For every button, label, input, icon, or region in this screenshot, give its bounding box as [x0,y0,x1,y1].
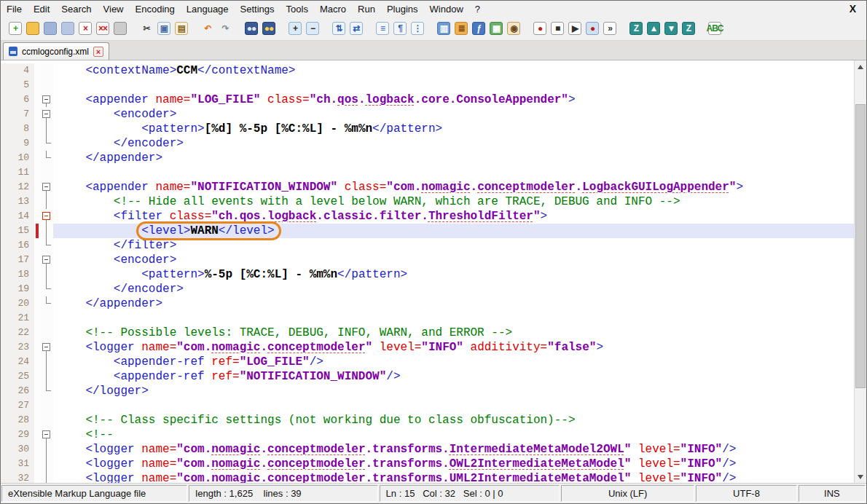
code-line-16[interactable]: 16 </filter> [1,238,854,253]
code-line-8[interactable]: 8 <pattern>[%d] %-5p [%C:%L] - %m%n</pat… [1,122,854,136]
macro-save-button[interactable]: ● [584,20,601,37]
code-line-6[interactable]: 6 <appender name="LOG_FILE" class="ch.qo… [1,92,854,107]
code-line-19[interactable]: 19 </encoder> [1,282,854,296]
code-line-12[interactable]: 12 <appender name="NOTIFICATION_WINDOW" … [1,180,854,194]
menu-item-help[interactable]: ? [469,2,486,16]
code-line-31[interactable]: 31 <logger name="com.nomagic.conceptmode… [1,457,854,471]
spell-check-button[interactable]: ABC [706,20,723,37]
save-file-button[interactable] [42,20,59,37]
menu-item-search[interactable]: Search [55,2,97,16]
function-list-button[interactable]: ƒ [470,20,487,37]
code-line-20[interactable]: 20 </appender> [1,296,854,311]
code-line-28[interactable]: 28 <!-- Class specific settings (not wor… [1,413,854,428]
plugin-triangle-down-button[interactable]: ▼ [662,20,680,37]
code-line-11[interactable]: 11 [1,165,854,180]
menu-item-edit[interactable]: Edit [28,2,55,16]
status-doc-type: eXtensible Markup Language file [1,485,187,502]
close-file-button[interactable]: × [76,20,94,37]
code-line-13[interactable]: 13 <!-- Hide all events with a level bel… [1,194,854,209]
code-line-18[interactable]: 18 <pattern>%-5p [%C:%L] - %m%n</pattern… [1,267,854,282]
zoom-in-button[interactable]: + [286,20,304,37]
sync-scroll-horizontal-button[interactable]: ⇄ [348,20,365,37]
zoom-out-button[interactable]: − [304,20,321,37]
menu-item-encoding[interactable]: Encoding [130,2,181,16]
print-button[interactable] [111,20,129,37]
line-number: 19 [1,282,34,296]
save-all-button[interactable] [59,20,76,37]
menu-item-plugins[interactable]: Plugins [381,2,424,16]
macro-run-multiple-button[interactable]: » [601,20,619,37]
code-line-10[interactable]: 10 </appender> [1,151,854,165]
code-line-32[interactable]: 32 <logger name="com.nomagic.conceptmode… [1,471,854,483]
fold-collapse-icon[interactable] [42,343,50,351]
code-line-14[interactable]: 14 <filter class="ch.qos.logback.classic… [1,209,854,224]
code-line-4[interactable]: 4 <contextName>CCM</contextName> [1,63,854,78]
scrollbar-thumb[interactable] [855,104,866,388]
fold-collapse-icon[interactable] [42,212,50,220]
status-doc-size: length : 1,625 lines : 39 [189,485,377,502]
macro-stop-button[interactable]: ■ [549,20,566,37]
menu-item-view[interactable]: View [98,2,130,16]
fold-collapse-icon[interactable] [42,256,50,264]
code-line-30[interactable]: 30 <logger name="com.nomagic.conceptmode… [1,442,854,457]
document-map-button[interactable]: ▥ [435,20,452,37]
sync-scroll-vertical-button[interactable]: ⇅ [330,20,348,37]
plugin-z-down-button[interactable]: Z [680,20,697,37]
menu-item-tools[interactable]: Tools [280,2,314,16]
new-file-button[interactable]: + [7,20,24,37]
monitoring-eye-button[interactable]: ◉ [505,20,522,37]
code-line-21[interactable]: 21 [1,311,854,326]
code-line-7[interactable]: 7 <encoder> [1,107,854,122]
code-line-25[interactable]: 25 <appender-ref ref="NOTIFICATION_WINDO… [1,369,854,384]
code-line-9[interactable]: 9 </encoder> [1,136,854,151]
redo-button[interactable]: ↷ [216,20,234,37]
document-list-button[interactable]: ≣ [452,20,470,37]
undo-button[interactable]: ↶ [199,20,216,37]
menu-item-macro[interactable]: Macro [314,2,352,16]
code-line-15[interactable]: 15 <level>WARN</level> [1,224,854,238]
vertical-scrollbar[interactable] [854,60,866,483]
code-line-29[interactable]: 29 <!-- [1,428,854,442]
fold-margin [40,136,53,151]
fold-collapse-icon[interactable] [42,430,50,438]
paste-button[interactable]: ▤ [173,20,190,37]
word-wrap-icon: ≡ [376,22,389,35]
macro-record-button[interactable]: ● [531,20,549,37]
code-line-27[interactable]: 27 [1,398,854,413]
cut-button[interactable]: ✂ [138,20,155,37]
plugin-z-up-button[interactable]: Z [627,20,645,37]
scroll-down-arrow[interactable] [855,470,866,483]
fold-collapse-icon[interactable] [42,110,50,118]
word-wrap-button[interactable]: ≡ [374,20,391,37]
folder-as-workspace-button[interactable]: ▦ [487,20,505,37]
fold-margin [40,457,53,471]
code-editor[interactable]: 4 <contextName>CCM</contextName>56 <appe… [1,60,854,483]
show-all-characters-button[interactable]: ¶ [391,20,409,37]
menu-item-language[interactable]: Language [181,2,235,16]
indent-guide-button[interactable]: ⋮ [409,20,426,37]
plugin-triangle-up-button[interactable]: ▲ [645,20,662,37]
open-file-button[interactable] [24,20,42,37]
window-close-button[interactable]: X [839,3,866,15]
tab-ccmlogconfig-xml[interactable]: ccmlogconfig.xml × [3,42,109,60]
menu-item-file[interactable]: File [1,2,28,16]
replace-button[interactable]: ●● [260,20,278,37]
macro-play-button[interactable]: ▶ [566,20,584,37]
fold-collapse-icon[interactable] [42,95,50,103]
tab-close-icon[interactable]: × [93,47,103,57]
code-line-26[interactable]: 26 </logger> [1,384,854,398]
scroll-up-arrow[interactable] [855,60,866,73]
find-button[interactable]: ●● [243,20,260,37]
copy-button[interactable]: ▣ [155,20,173,37]
code-line-22[interactable]: 22 <!-- Possible levels: TRACE, DEBUG, I… [1,326,854,340]
zoom-in-icon: + [289,22,302,35]
menu-item-run[interactable]: Run [352,2,381,16]
fold-collapse-icon[interactable] [42,183,50,191]
code-line-23[interactable]: 23 <logger name="com.nomagic.conceptmode… [1,340,854,355]
code-line-5[interactable]: 5 [1,78,854,92]
code-line-17[interactable]: 17 <encoder> [1,253,854,267]
menu-item-window[interactable]: Window [424,2,469,16]
close-all-files-button[interactable]: ×× [94,20,111,37]
code-line-24[interactable]: 24 <appender-ref ref="LOG_FILE"/> [1,355,854,369]
menu-item-settings[interactable]: Settings [235,2,280,16]
